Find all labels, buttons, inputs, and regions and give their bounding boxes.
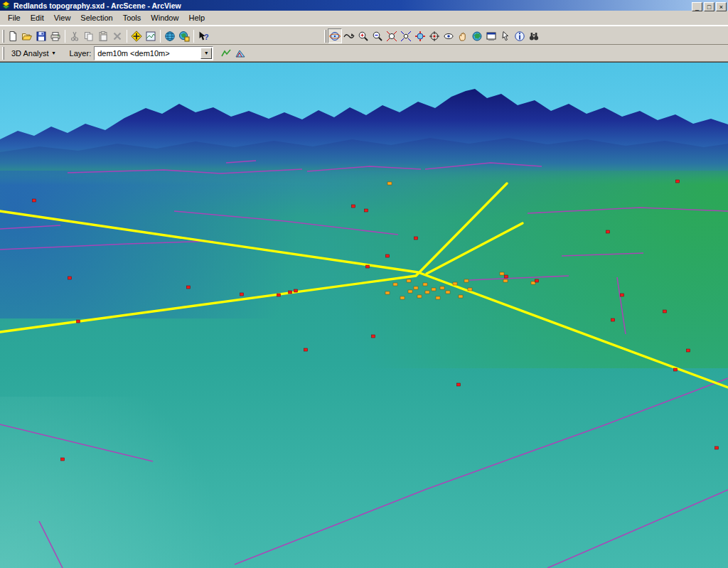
find-button[interactable] xyxy=(527,28,541,43)
cut-button[interactable] xyxy=(68,28,82,43)
red-point xyxy=(187,286,191,289)
set-observer-icon xyxy=(443,31,454,42)
globe-viewer-button[interactable] xyxy=(470,28,484,43)
red-point xyxy=(68,277,72,279)
orange-point xyxy=(446,291,450,294)
maximize-button[interactable]: □ xyxy=(704,2,714,11)
red-point xyxy=(687,349,690,352)
open-folder-button[interactable] xyxy=(20,28,34,43)
launch-arccatalog-icon xyxy=(178,31,190,42)
paste-button[interactable] xyxy=(96,28,110,43)
launch-arccatalog-button[interactable] xyxy=(177,28,191,43)
interpolate-line-button[interactable] xyxy=(233,45,247,60)
scene-properties-button[interactable] xyxy=(144,28,158,43)
orange-point xyxy=(531,282,535,284)
analyst-tool-buttons xyxy=(219,45,247,60)
scene-properties-icon xyxy=(145,31,156,42)
toolbar-grip[interactable] xyxy=(2,30,4,43)
copy-button[interactable] xyxy=(82,28,96,43)
delete-button[interactable] xyxy=(110,28,124,43)
full-extent-button[interactable] xyxy=(413,28,427,43)
zoom-out-icon xyxy=(372,31,383,42)
orange-point xyxy=(468,288,472,291)
3d-analyst-menu[interactable]: 3D Analyst ▾ xyxy=(6,46,61,60)
red-point xyxy=(715,446,719,449)
zoom-to-target-button[interactable] xyxy=(427,28,441,43)
red-point xyxy=(304,348,308,351)
zoom-in-icon xyxy=(358,31,369,42)
zoom-in-button[interactable] xyxy=(356,28,370,43)
orange-point xyxy=(400,296,405,299)
toolbar-grip[interactable] xyxy=(324,30,326,43)
menu-help[interactable]: Help xyxy=(183,11,210,24)
toolbar-grip[interactable] xyxy=(2,47,4,60)
toolbar-separator xyxy=(193,30,194,43)
viewer-manager-button[interactable] xyxy=(484,28,498,43)
close-button[interactable]: × xyxy=(716,2,727,11)
new-document-button[interactable] xyxy=(6,28,20,43)
menu-selection[interactable]: Selection xyxy=(75,11,117,24)
identify-button[interactable] xyxy=(513,28,527,43)
set-observer-button[interactable] xyxy=(441,28,456,43)
menu-tools[interactable]: Tools xyxy=(118,11,146,24)
menu-window[interactable]: Window xyxy=(146,11,183,24)
pan-button[interactable] xyxy=(456,28,470,43)
orange-point xyxy=(387,182,392,185)
3d-analyst-menu-label: 3D Analyst xyxy=(11,49,49,58)
red-point xyxy=(606,230,610,233)
internet-globe-button[interactable] xyxy=(163,28,177,43)
whats-this-help-button[interactable]: ? xyxy=(196,28,210,43)
new-document-icon xyxy=(7,31,18,42)
select-features-icon xyxy=(500,31,511,42)
svg-text:?: ? xyxy=(204,33,209,41)
menu-bar: FileEditViewSelectionToolsWindowHelp xyxy=(0,11,728,26)
red-point xyxy=(372,335,375,338)
orange-point xyxy=(414,286,418,289)
add-data-button[interactable] xyxy=(129,28,144,43)
fixed-zoom-out-button[interactable] xyxy=(399,28,413,43)
fly-button[interactable] xyxy=(342,28,356,43)
window-title: Redlands topography.sxd - ArcScene - Arc… xyxy=(14,1,690,10)
scene-viewport[interactable] xyxy=(0,62,728,568)
red-point xyxy=(365,209,368,212)
analyst-toolbar: 3D Analyst ▾ Layer: dem10m <dem10m> ▾ xyxy=(0,45,728,62)
layer-combobox[interactable]: dem10m <dem10m> ▾ xyxy=(94,46,213,60)
orange-point xyxy=(432,288,436,291)
find-icon xyxy=(528,31,540,42)
red-point xyxy=(33,199,36,202)
red-point xyxy=(611,318,615,321)
terrain-green-tint xyxy=(235,155,728,368)
toolbar-separator xyxy=(65,30,65,43)
globe-viewer-icon xyxy=(471,31,483,42)
zoom-out-button[interactable] xyxy=(370,28,385,43)
minimize-button[interactable]: _ xyxy=(692,2,702,11)
create-steepest-path-icon xyxy=(220,48,232,59)
red-point xyxy=(676,180,680,183)
red-point xyxy=(240,293,244,296)
internet-globe-icon xyxy=(164,31,176,42)
print-button[interactable] xyxy=(48,28,63,43)
orange-point xyxy=(417,295,422,298)
red-point xyxy=(535,279,539,282)
red-point xyxy=(621,294,624,296)
orange-point xyxy=(459,295,463,298)
pan-icon xyxy=(457,31,469,42)
terrain-corner-highlight xyxy=(0,397,284,568)
menu-edit[interactable]: Edit xyxy=(26,11,49,24)
red-point xyxy=(277,294,281,296)
navigate-button[interactable] xyxy=(328,28,342,43)
standard-toolbar: ? xyxy=(1,27,210,45)
create-steepest-path-button[interactable] xyxy=(219,45,233,60)
select-features-button[interactable] xyxy=(498,28,513,43)
red-point xyxy=(61,458,65,461)
orange-point xyxy=(385,291,390,294)
3d-terrain-scene xyxy=(0,63,728,568)
save-button[interactable] xyxy=(34,28,48,43)
delete-icon xyxy=(112,31,123,42)
layer-combobox-dropdown-button[interactable]: ▾ xyxy=(200,48,212,59)
menu-view[interactable]: View xyxy=(49,11,76,24)
toolbar-separator xyxy=(127,30,127,43)
fixed-zoom-in-button[interactable] xyxy=(385,28,399,43)
menu-file[interactable]: File xyxy=(3,11,26,24)
red-point xyxy=(289,291,292,294)
